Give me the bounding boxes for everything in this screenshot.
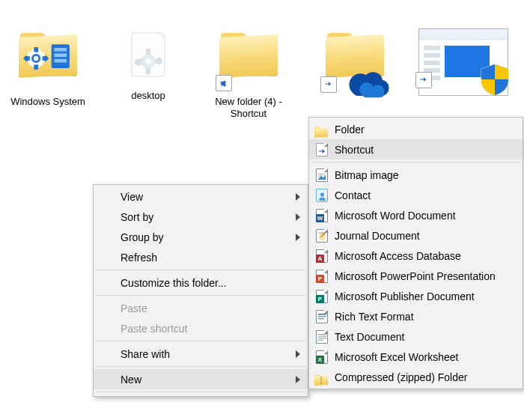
menu-item-label: Customize this folder... <box>121 277 227 289</box>
menu-item-label: Refresh <box>121 252 157 264</box>
menu-item-label: Microsoft Word Document <box>335 210 456 222</box>
menu-item-label: Microsoft Excel Worksheet <box>335 351 458 363</box>
shortcut-overlay-icon <box>415 72 432 88</box>
menu-separator <box>311 162 521 162</box>
menu-item-paste-shortcut: Paste shortcut <box>94 318 308 338</box>
new-item-text-document[interactable]: Text Document <box>309 326 523 347</box>
menu-item-label: Group by <box>121 231 164 243</box>
access-icon: A <box>315 249 329 263</box>
desktop-item-newfolder-shortcut[interactable]: New folder (4) - Shortcut <box>196 27 301 121</box>
svg-rect-38 <box>318 334 326 335</box>
desktop-item-desktop-ini[interactable]: desktop <box>96 27 201 102</box>
menu-item-label: Compressed (zipped) Folder <box>335 371 467 383</box>
context-menu[interactable]: ViewSort byGroup byRefreshCustomize this… <box>93 184 308 397</box>
folder-shortcut-icon <box>211 33 286 93</box>
excel-icon: X <box>315 350 329 364</box>
svg-rect-6 <box>34 47 38 52</box>
new-item-microsoft-publisher-document[interactable]: PMicrosoft Publisher Document <box>309 286 523 306</box>
menu-item-group-by[interactable]: Group by <box>94 227 308 247</box>
desktop-item-label: Windows System <box>0 96 100 108</box>
svg-rect-2 <box>54 53 67 57</box>
svg-rect-39 <box>318 335 326 336</box>
chevron-right-icon <box>296 350 300 358</box>
svg-rect-40 <box>318 338 326 338</box>
text-icon <box>315 330 329 344</box>
menu-item-label: Journal Document <box>335 230 420 242</box>
menu-item-label: Bitmap image <box>335 169 399 181</box>
menu-separator <box>95 270 306 270</box>
new-item-compressed-zipped-folder[interactable]: Compressed (zipped) Folder <box>309 367 523 387</box>
menu-item-label: Microsoft PowerPoint Presentation <box>335 270 496 282</box>
shortcut-overlay-icon <box>320 76 337 93</box>
new-item-contact[interactable]: Contact <box>309 185 523 205</box>
menu-separator <box>95 392 306 392</box>
menu-item-label: Shortcut <box>335 144 374 156</box>
menu-item-new[interactable]: New <box>94 369 308 389</box>
new-item-folder[interactable]: Folder <box>309 119 523 139</box>
new-item-shortcut[interactable]: Shortcut <box>309 139 523 159</box>
menu-item-view[interactable]: View <box>94 186 308 207</box>
svg-rect-7 <box>34 64 38 70</box>
new-item-microsoft-access-database[interactable]: AMicrosoft Access Database <box>309 246 523 266</box>
chevron-right-icon <box>296 376 300 383</box>
word-icon: W <box>315 209 329 222</box>
chevron-right-icon <box>296 193 300 201</box>
rtf-icon <box>315 310 329 323</box>
menu-item-share-with[interactable]: Share with <box>94 344 308 364</box>
svg-rect-3 <box>54 59 67 63</box>
menu-item-label: View <box>121 191 143 203</box>
svg-rect-15 <box>146 49 150 55</box>
shortcut-overlay-icon <box>216 75 232 91</box>
menu-item-label: Paste shortcut <box>121 323 188 335</box>
desktop-item-optional-features[interactable] <box>410 27 515 90</box>
folder-icon <box>315 123 329 136</box>
uac-shield-icon <box>480 63 510 96</box>
desktop-item-windows-system[interactable]: Windows System <box>0 27 100 108</box>
menu-separator <box>95 295 306 296</box>
settings-window-icon <box>414 27 511 87</box>
menu-item-label: Contact <box>335 189 371 201</box>
new-item-rich-text-format[interactable]: Rich Text Format <box>309 306 523 326</box>
shortcut-icon <box>315 143 329 156</box>
menu-item-label: Folder <box>335 124 365 136</box>
svg-point-23 <box>145 58 151 64</box>
bitmap-icon <box>315 168 329 182</box>
new-item-bitmap-image[interactable]: Bitmap image <box>309 165 523 185</box>
menu-item-label: New <box>121 374 141 386</box>
svg-rect-36 <box>318 316 326 317</box>
chevron-right-icon <box>296 213 300 221</box>
ini-file-icon <box>111 27 186 87</box>
svg-rect-16 <box>146 68 150 74</box>
contact-icon <box>315 189 329 202</box>
menu-item-label: Microsoft Publisher Document <box>335 290 475 302</box>
sys-folder-icon <box>10 33 85 93</box>
desktop-item-label: New folder (4) - Shortcut <box>196 96 301 121</box>
menu-item-label: Paste <box>121 302 147 314</box>
menu-separator <box>95 366 306 367</box>
svg-rect-1 <box>54 48 67 52</box>
chevron-right-icon <box>296 234 300 241</box>
menu-item-label: Microsoft Access Database <box>335 250 461 262</box>
new-submenu[interactable]: FolderShortcutBitmap imageContactWMicros… <box>308 117 523 389</box>
new-item-microsoft-excel-worksheet[interactable]: XMicrosoft Excel Worksheet <box>309 347 523 367</box>
zip-icon <box>315 371 329 384</box>
menu-item-customize-this-folder[interactable]: Customize this folder... <box>94 273 308 293</box>
menu-item-label: Rich Text Format <box>335 311 414 323</box>
desktop-item-onedrive[interactable] <box>302 27 407 96</box>
menu-item-label: Text Document <box>335 331 404 343</box>
desktop-item-label: desktop <box>96 90 201 102</box>
menu-item-sort-by[interactable]: Sort by <box>94 207 308 227</box>
svg-rect-30 <box>362 90 385 98</box>
new-item-journal-document[interactable]: Journal Document <box>309 225 523 246</box>
journal-icon <box>315 229 329 243</box>
new-item-microsoft-powerpoint-presentation[interactable]: PMicrosoft PowerPoint Presentation <box>309 266 523 286</box>
menu-item-label: Share with <box>121 348 170 360</box>
menu-item-paste: Paste <box>94 298 308 318</box>
powerpoint-icon: P <box>315 270 329 283</box>
new-item-microsoft-word-document[interactable]: WMicrosoft Word Document <box>309 205 523 225</box>
menu-item-label: Sort by <box>121 211 153 223</box>
svg-rect-37 <box>318 318 324 320</box>
publisher-icon: P <box>315 290 329 303</box>
menu-item-refresh[interactable]: Refresh <box>94 247 308 267</box>
onedrive-folder-icon <box>317 33 392 93</box>
